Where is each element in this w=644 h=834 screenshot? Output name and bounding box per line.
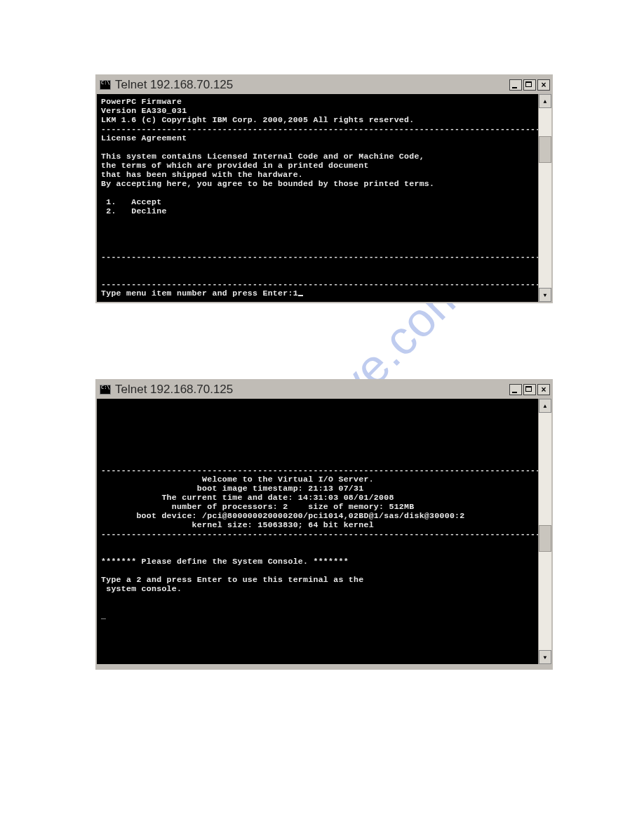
- fw-line-1: Version EA330_031: [101, 106, 187, 115]
- cmd-icon: C:\: [100, 385, 111, 395]
- processors-memory-line: number of processors: 2 size of memory: …: [101, 502, 414, 511]
- scroll-thumb[interactable]: [539, 525, 551, 552]
- terminal-output-2[interactable]: ----------------------------------------…: [97, 399, 538, 664]
- instruction-line-1: Type a 2 and press Enter to use this ter…: [101, 575, 363, 584]
- hr-1: ----------------------------------------…: [101, 465, 538, 475]
- client-area-2: ----------------------------------------…: [97, 399, 551, 664]
- cmd-icon-label: C:\: [101, 385, 110, 390]
- vertical-scrollbar-1[interactable]: ▲ ▼: [538, 94, 551, 302]
- telnet-window-1: C:\ Telnet 192.168.70.125 × PowerPC Firm…: [95, 74, 553, 303]
- text-cursor: [298, 295, 303, 296]
- terminal-output-1[interactable]: PowerPC Firmware Version EA330_031 LKM 1…: [97, 94, 538, 302]
- menu-option-accept: 1. Accept: [101, 197, 161, 206]
- current-time-line: The current time and date: 14:31:03 08/0…: [101, 493, 394, 502]
- fw-line-0: PowerPC Firmware: [101, 97, 182, 106]
- client-area-1: PowerPC Firmware Version EA330_031 LKM 1…: [97, 94, 551, 302]
- scroll-down-button[interactable]: ▼: [539, 288, 551, 302]
- hr-2: ----------------------------------------…: [101, 529, 538, 538]
- boot-device-line: boot device: /pci@800000020000200/pci101…: [101, 511, 464, 520]
- kernel-size-line: kernel size: 15063830; 64 bit kernel: [101, 520, 374, 529]
- vertical-scrollbar-2[interactable]: ▲ ▼: [538, 399, 551, 664]
- scroll-track[interactable]: [539, 413, 551, 650]
- minimize-button[interactable]: [509, 79, 522, 91]
- hr-3: ----------------------------------------…: [101, 279, 538, 289]
- scroll-thumb[interactable]: [539, 136, 551, 163]
- window-title: Telnet 192.168.70.125: [115, 78, 508, 92]
- cursor-line: _: [101, 611, 106, 621]
- welcome-line: Welcome to the Virtual I/O Server.: [101, 475, 374, 484]
- minimize-button[interactable]: [509, 384, 522, 395]
- menu-option-decline: 2. Decline: [101, 206, 167, 216]
- prompt-line: Type menu item number and press Enter:1: [101, 289, 298, 298]
- maximize-button[interactable]: [523, 79, 536, 91]
- close-button[interactable]: ×: [537, 384, 550, 395]
- define-console-line: ******* Please define the System Console…: [101, 557, 349, 566]
- cmd-icon: C:\: [100, 80, 111, 90]
- scroll-up-button[interactable]: ▲: [539, 94, 551, 108]
- license-text-2: the terms of which are provided in a pri…: [101, 161, 369, 170]
- window-title: Telnet 192.168.70.125: [115, 383, 508, 397]
- titlebar-2[interactable]: C:\ Telnet 192.168.70.125 ×: [97, 380, 551, 399]
- scroll-down-button[interactable]: ▼: [539, 650, 551, 664]
- license-text-1: This system contains Licensed Internal C…: [101, 152, 424, 161]
- close-button[interactable]: ×: [537, 79, 550, 91]
- hr-2: ----------------------------------------…: [101, 252, 538, 261]
- hr-1: ----------------------------------------…: [101, 124, 538, 133]
- scroll-track[interactable]: [539, 108, 551, 288]
- telnet-window-2: C:\ Telnet 192.168.70.125 × ------------…: [95, 379, 553, 670]
- scroll-up-button[interactable]: ▲: [539, 399, 551, 413]
- instruction-line-2: system console.: [101, 584, 182, 593]
- titlebar-1[interactable]: C:\ Telnet 192.168.70.125 ×: [97, 76, 551, 94]
- cmd-icon-label: C:\: [101, 81, 110, 86]
- boot-timestamp-line: boot image timestamp: 21:13 07/31: [101, 484, 363, 493]
- license-text-3: that has been shipped with the hardware.: [101, 170, 303, 179]
- license-text-4: By accepting here, you agree to be bound…: [101, 179, 434, 188]
- fw-line-2: LKM 1.6 (c) Copyright IBM Corp. 2000,200…: [101, 115, 414, 124]
- license-heading: License Agreement: [101, 133, 187, 143]
- maximize-button[interactable]: [523, 384, 536, 395]
